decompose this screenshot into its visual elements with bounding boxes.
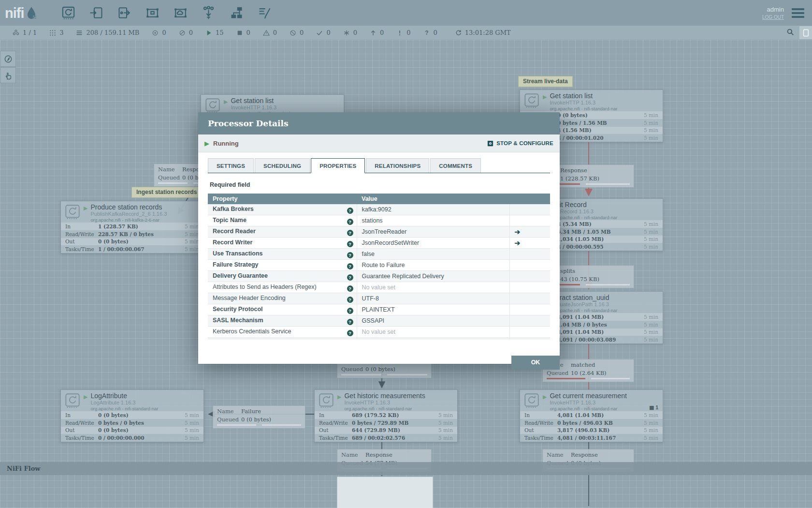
input-port-tool-icon[interactable] [89,5,104,20]
remote-process-group-tool-icon[interactable] [173,5,188,20]
breadcrumb[interactable]: NiFi Flow [7,465,41,472]
processor-type: LogAttribute 1.16.3 [90,400,158,406]
stat-row: Read/Write0 bytes / 0 bytes5 min [61,419,203,427]
global-menu-icon[interactable] [792,8,804,18]
help-icon[interactable]: ? [347,274,353,281]
funnel-tool-icon[interactable] [201,5,216,20]
template-tool-icon[interactable] [229,5,244,20]
hand-pointer-icon [3,71,13,80]
processor-type: InvokeHTTP 1.16.3 [344,400,425,406]
tab-scheduling[interactable]: SCHEDULING [255,158,310,173]
processor-stats: In0 (0 bytes)5 minRead/Write0 bytes / 0 … [61,411,203,442]
help-icon[interactable]: ? [347,297,353,303]
processor-stamp-icon [65,204,80,223]
required-field-note: Required field [210,181,550,188]
property-row: Security Protocol?PLAINTEXT [208,304,550,315]
column-property: Property [208,194,357,204]
help-icon[interactable]: ? [347,263,353,269]
bulletin-panel-icon[interactable] [799,26,812,39]
property-value[interactable]: PLAINTEXT [362,306,395,313]
help-icon[interactable]: ? [347,319,353,325]
tab-settings[interactable]: SETTINGS [208,158,254,173]
property-value[interactable]: false [362,251,375,257]
stat-row: In1 (228.57 KB)5 min [61,223,203,230]
stat-row: In689 (179.52 KB)5 min [315,411,457,419]
help-icon[interactable]: ? [347,252,353,258]
logout-link[interactable]: LOG OUT [762,14,784,21]
property-value[interactable]: JsonRecordSetWriter [362,239,420,246]
processor-details-dialog: Processor Details ▶ Running STOP & CONFI… [198,112,560,364]
help-icon[interactable]: ? [347,308,353,314]
property-value[interactable]: No value set [362,329,395,335]
canvas-label-ingest[interactable]: Ingest station records [131,187,202,198]
help-icon[interactable]: ? [347,208,353,214]
property-value[interactable]: No value set [362,284,395,291]
status-bar: 1 / 13208 / 159.11 MB00150000000?0 13:01… [0,26,812,40]
tab-relationships[interactable]: RELATIONSHIPS [366,158,429,173]
stat-row: Tasks/Time0 / 00:00:00.0005 min [61,434,203,442]
processor-name: Get station list [231,97,298,105]
processor-bundle: org.apache.nifi - nifi-standard-nar [90,406,158,412]
help-icon[interactable]: ? [347,241,353,247]
status-stale: 0 [369,29,384,37]
property-value[interactable]: GSSAPI [362,317,385,324]
processor[interactable]: ▶ Produce station records PublishKafkaRe… [60,201,204,254]
refresh-icon[interactable] [455,29,462,36]
property-name: Attributes to Send as Headers (Regex) [213,284,317,290]
help-icon[interactable]: ? [347,285,353,292]
connection-label[interactable]: NameFailure Queued0 (0 bytes) [213,405,305,429]
run-status-icon: ▶ [84,394,87,411]
dialog-body: SETTINGSSCHEDULINGPROPERTIESRELATIONSHIP… [198,158,560,370]
property-name: Kerberos Credentials Service [213,328,291,335]
property-value[interactable]: Route to Failure [362,262,405,269]
status-threads: 3 [49,29,63,37]
property-value[interactable]: stations [362,217,383,224]
status-items: 1 / 13208 / 159.11 MB00150000000?0 [0,29,437,37]
navigate-palette-button[interactable] [0,51,16,67]
tab-properties[interactable]: PROPERTIES [311,158,365,173]
stop-and-configure-button[interactable]: STOP & CONFIGURE [487,140,553,147]
run-status-icon: ▶ [543,394,547,411]
property-row: Kafka Brokers?kafka:9092 [208,204,550,215]
dialog-header: Processor Details [198,112,560,134]
help-icon[interactable]: ? [347,219,353,225]
operate-palette-button[interactable] [0,67,16,83]
status-queued: 208 / 159.11 MB [75,29,139,37]
property-value[interactable]: UTF-8 [362,295,379,302]
tab-comments[interactable]: COMMENTS [430,158,481,173]
column-value: Value [357,194,509,204]
processor[interactable]: ▶ Get historic measurements InvokeHTTP 1… [314,389,458,442]
property-value[interactable]: Guarantee Replicated Delivery [362,273,444,280]
goto-service-icon[interactable]: ➔ [515,239,521,247]
processor-stats: In1 (228.57 KB)5 minRead/Write228.57 KB … [61,223,203,253]
last-refresh-time: 13:01:28 GMT [465,29,511,36]
output-port-tool-icon[interactable] [117,5,132,20]
property-value[interactable]: kafka:9092 [362,206,392,213]
running-status-icon: ▶ [204,140,209,147]
status-unversioned: ?0 [423,29,437,37]
goto-service-icon[interactable]: ➔ [515,228,521,236]
property-row: Record Writer?JsonRecordSetWriter➔ [208,238,550,249]
processor[interactable]: ▶ LogAttribute LogAttribute 1.16.3 org.a… [60,389,204,442]
help-icon[interactable]: ? [347,330,353,336]
processor[interactable]: ▶ Get current measurement InvokeHTTP 1.1… [520,389,663,442]
status-up-to-date: 0 [316,29,330,37]
processor-bundle: org.apache.nifi - nifi-standard-nar [550,308,617,314]
connection-name-label: Name [341,451,363,459]
stat-row: Read/Write0 bytes / 496.03 KB5 min [520,419,663,427]
connection-name-label: Name [158,165,180,174]
ok-button[interactable]: OK [511,356,560,370]
help-icon[interactable]: ? [347,230,353,236]
connection-name: Response [560,167,587,174]
process-group-tool-icon[interactable] [145,5,160,20]
user-block: admin LOG OUT [762,5,784,20]
processor-type: PublishKafkaRecord_2_6 1.16.3 [90,211,167,218]
connection-name: matched [571,361,595,368]
processor-stats: In4,081 (1.04 MB)5 minRead/Write0 bytes … [520,411,663,442]
processor-bundle: org.apache.nifi - nifi-standard-nar [550,106,617,112]
search-icon[interactable] [781,28,799,38]
label-tool-icon[interactable] [257,5,272,20]
property-value[interactable]: JsonTreeReader [362,228,407,235]
canvas-label-stream[interactable]: Stream live-data [518,76,573,87]
processor-tool-icon[interactable] [61,5,76,20]
